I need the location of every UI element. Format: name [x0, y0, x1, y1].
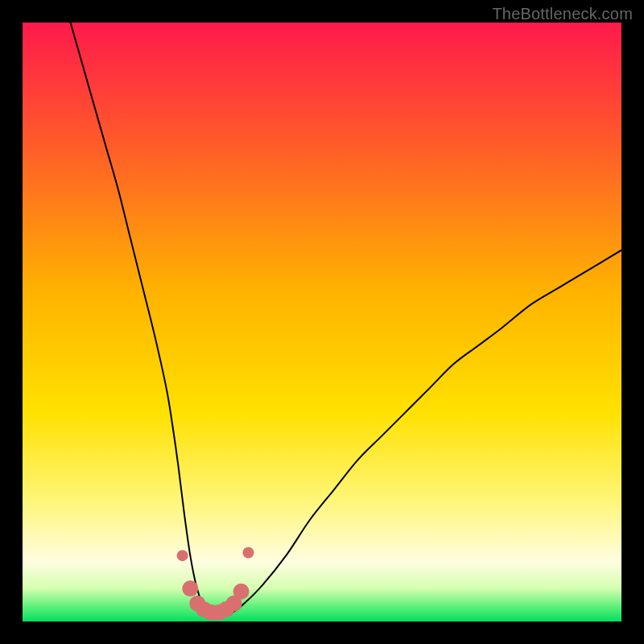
watermark-text: TheBottleneck.com	[492, 5, 633, 23]
optimal-marker	[233, 584, 250, 600]
chart-frame: TheBottleneck.com	[0, 0, 644, 644]
gradient-background	[23, 23, 621, 621]
optimal-marker	[242, 547, 254, 558]
optimal-marker	[177, 550, 188, 561]
chart-plot-area	[23, 23, 621, 621]
optimal-marker	[182, 580, 198, 597]
chart-svg	[23, 23, 621, 621]
